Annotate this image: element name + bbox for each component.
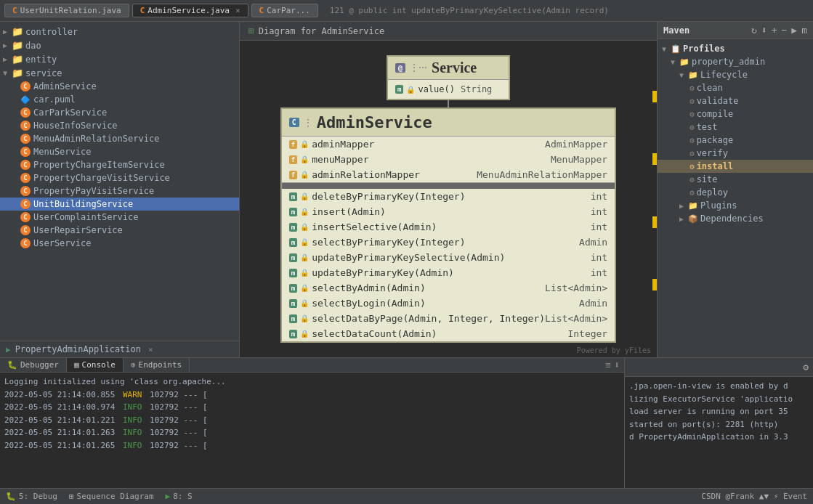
app-tab-label: PropertyAdminApplication <box>15 344 141 354</box>
close-app-tab[interactable]: × <box>148 345 153 354</box>
method-name: selectDataByPage(Admin, Integer, Integer… <box>312 313 545 324</box>
tree-item-propertypayvisit[interactable]: C PropertyPayVisitService <box>0 184 239 198</box>
tree-item-houseinfoservice[interactable]: C HouseInfoService <box>0 119 239 132</box>
menu-icon[interactable]: ≡ <box>605 359 611 370</box>
tab-endpoints[interactable]: ⊕ Endpoints <box>124 358 190 372</box>
m-badge: m <box>289 192 297 201</box>
bug-icon: 🐛 <box>7 360 17 370</box>
lock-icon: 🔒 <box>300 330 309 338</box>
scroll-icon[interactable]: ⬇ <box>614 359 620 370</box>
service-box-header: @ ⋮⋯ Service <box>388 57 509 80</box>
field-type: MenuMapper <box>551 154 607 165</box>
tree-item-controller[interactable]: ▶ 📁 controller <box>0 25 239 38</box>
field-adminrelation: f 🔒 adminRelationMapper MenuAdminRelatio… <box>282 167 615 182</box>
right-log-line: lizing ExecutorService 'applicatio <box>629 393 809 406</box>
maven-install[interactable]: ⚙ install <box>658 160 813 173</box>
run-icon[interactable]: ▶ <box>791 25 797 36</box>
download-icon[interactable]: ⬇ <box>761 25 767 36</box>
tree-item-menuservice[interactable]: C MenuService <box>0 145 239 158</box>
tab-debugger[interactable]: 🐛 Debugger <box>0 358 67 372</box>
maven-dependencies[interactable]: ▶ 📦 Dependencies <box>658 212 813 225</box>
expand-icon: ▼ <box>671 58 679 66</box>
tree-item-userservice[interactable]: C UserService <box>0 237 239 250</box>
lifecycle-icon: 📁 <box>688 70 698 80</box>
gear-icon: ⚙ <box>689 97 695 106</box>
tree-label: PropertyPayVisitService <box>33 186 154 196</box>
prop-admin-label: property_admin <box>692 57 765 67</box>
log-pid: 102792 --- [ <box>150 390 207 399</box>
tab-console[interactable]: ▦ Console <box>67 358 124 372</box>
maven-site[interactable]: ⚙ site <box>658 173 813 186</box>
app-tab[interactable]: ▶ PropertyAdminApplication × <box>0 341 239 357</box>
maven-validate[interactable]: ⚙ validate <box>658 94 813 107</box>
m-badge: m <box>289 223 297 232</box>
maven-tree: ▼ 📋 Profiles ▼ 📁 property_admin ▼ 📁 Life… <box>658 39 813 357</box>
gear-icon: ⚙ <box>689 84 695 93</box>
tab-carpark[interactable]: C CarPar... <box>251 4 318 17</box>
method-type: List<Admin> <box>545 313 607 324</box>
sequence-tab[interactable]: ⊞ Sequence Diagram <box>69 492 154 501</box>
maven-package[interactable]: ⚙ package <box>658 134 813 147</box>
run-tab[interactable]: ▶ 8: S <box>166 492 193 501</box>
tree-item-service[interactable]: ▼ 📁 service <box>0 66 239 80</box>
lock-icon: 🔒 <box>300 269 309 277</box>
method-selectbypk: m 🔒 selectByPrimaryKey(Integer) Admin <box>282 235 615 250</box>
folder-icon-service: 📁 <box>12 68 23 78</box>
maven-propertyadmin[interactable]: ▼ 📁 property_admin <box>658 55 813 68</box>
settings-icon[interactable]: ⚙ <box>803 362 809 373</box>
maven-verify[interactable]: ⚙ verify <box>658 147 813 160</box>
maven-clean[interactable]: ⚙ clean <box>658 81 813 94</box>
status-bar: 🐛 5: Debug ⊞ Sequence Diagram ▶ 8: S CSD… <box>0 488 813 504</box>
tab-adminservice[interactable]: C AdminService.java × <box>132 4 248 17</box>
close-icon[interactable]: × <box>235 6 240 15</box>
tree-item-propertychargevisit[interactable]: C PropertyChargeVisitService <box>0 171 239 184</box>
maven-profiles[interactable]: ▼ 📋 Profiles <box>658 42 813 55</box>
m-icon[interactable]: m <box>801 25 807 36</box>
class-icon: C <box>20 147 31 157</box>
add-icon[interactable]: + <box>772 25 777 36</box>
log-level-info: INFO <box>123 402 142 412</box>
lock-icon: 🔒 <box>300 223 309 231</box>
tree-label: PropertyChargeVisitService <box>33 173 170 183</box>
diagram-header: ⊞ Diagram for AdminService <box>240 22 657 41</box>
folder-icon-controller: 📁 <box>12 26 23 37</box>
file-tree-scroll: ▶ 📁 controller ▶ 📁 dao ▶ 📁 entity ▼ 📁 se… <box>0 22 239 341</box>
tree-item-carparkservice[interactable]: C CarParkService <box>0 106 239 119</box>
tree-label: UserService <box>33 238 91 248</box>
refresh-icon[interactable]: ↻ <box>751 25 757 36</box>
f-badge: f <box>289 171 297 179</box>
sequence-icon: ⊞ <box>69 492 74 501</box>
app-icon: ▶ <box>6 345 11 354</box>
tree-item-dao[interactable]: ▶ 📁 dao <box>0 38 239 52</box>
admin-service-box: C ⋮ AdminService f 🔒 adminMapper AdminMa… <box>280 107 616 343</box>
remove-icon[interactable]: − <box>782 25 788 36</box>
method-type: Admin <box>579 298 607 309</box>
field-name: adminMapper <box>312 139 374 150</box>
admin-title: AdminService <box>317 113 432 131</box>
debug-tab[interactable]: 🐛 5: Debug <box>6 492 57 501</box>
maven-compile[interactable]: ⚙ compile <box>658 107 813 121</box>
lock-icon: 🔒 <box>300 284 309 292</box>
field-type: MenuAdminRelationMapper <box>477 169 607 180</box>
maven-lifecycle[interactable]: ▼ 📁 Lifecycle <box>658 68 813 81</box>
tree-item-unitbuilding[interactable]: C UnitBuildingService <box>0 198 239 211</box>
lock-icon: 🔒 <box>300 171 309 179</box>
file-tree-panel: ▶ 📁 controller ▶ 📁 dao ▶ 📁 entity ▼ 📁 se… <box>0 22 240 357</box>
tree-item-userrepair[interactable]: C UserRepairService <box>0 224 239 237</box>
folder-icon-entity: 📁 <box>12 54 23 65</box>
tree-item-propertychargeiitem[interactable]: C PropertyChargeItemService <box>0 158 239 171</box>
maven-deploy[interactable]: ⚙ deploy <box>658 186 813 199</box>
tree-label: UserRepairService <box>33 225 123 235</box>
class-icon: C <box>20 199 31 209</box>
tab-userrunit[interactable]: C UserUnitRelation.java <box>4 4 129 17</box>
goal-label: compile <box>697 109 734 119</box>
tree-item-adminservice[interactable]: C AdminService <box>0 80 239 93</box>
tree-item-menuadminrelationservice[interactable]: C MenuAdminRelationService <box>0 132 239 145</box>
maven-plugins[interactable]: ▶ 📁 Plugins <box>658 199 813 212</box>
tree-item-usercomplaint[interactable]: C UserComplaintService <box>0 211 239 224</box>
maven-test[interactable]: ⚙ test <box>658 121 813 134</box>
tree-item-entity[interactable]: ▶ 📁 entity <box>0 52 239 66</box>
log-pid: 102792 --- [ <box>150 402 207 412</box>
tree-item-carpuml[interactable]: 🔷 car.puml <box>0 93 239 106</box>
log-line: 2022-05-05 21:14:00.974 INFO 102792 --- … <box>4 401 620 414</box>
